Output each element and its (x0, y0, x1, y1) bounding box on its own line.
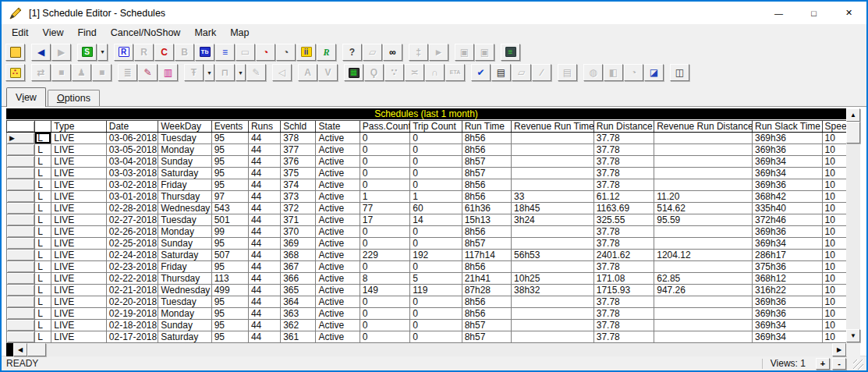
grid-cell[interactable]: 370 (281, 226, 316, 238)
row-selector[interactable]: ▶ (7, 133, 35, 144)
crew-button[interactable]: ii (296, 44, 316, 61)
grid-cell[interactable]: 37.78 (593, 168, 654, 179)
grid-cell[interactable]: 369h36 (753, 133, 823, 144)
paintbrush-button[interactable]: ✎ (138, 64, 158, 81)
grid-cell[interactable]: 44 (248, 156, 280, 168)
grid-cell[interactable]: 33 (512, 191, 594, 203)
grid-cell[interactable]: 0 (410, 238, 462, 250)
vertical-scroll-thumb[interactable] (846, 122, 860, 143)
grid-cell[interactable]: 02-19-2018 (106, 308, 158, 320)
row-selector[interactable] (7, 144, 35, 156)
grid-cell[interactable]: Saturday (158, 168, 211, 179)
script-r-button[interactable]: R (317, 44, 336, 61)
grid-cell[interactable]: LIVE (51, 250, 106, 261)
grid-cell[interactable]: 95 (211, 238, 248, 250)
grid-cell[interactable]: 1715.93 (593, 285, 654, 296)
grid-cell[interactable]: 03-06-2018 (106, 133, 158, 144)
grid-cell[interactable]: L (35, 179, 51, 191)
grid-cell[interactable]: Wednesday (158, 285, 211, 296)
grid-cell[interactable]: 372 (281, 203, 316, 214)
clock-window-button[interactable]: ◔ (276, 44, 296, 61)
grid-cell[interactable]: 1204.12 (654, 250, 753, 261)
grid-cell[interactable]: Active (316, 226, 360, 238)
grid-cell[interactable]: 44 (248, 179, 280, 191)
row-selector[interactable] (7, 168, 35, 179)
grid-cell[interactable]: 0 (410, 156, 462, 168)
menu-edit[interactable]: Edit (5, 25, 36, 41)
book-button[interactable]: ◫ (670, 64, 689, 81)
grid-cell[interactable]: 0 (360, 133, 409, 144)
menu-map[interactable]: Map (223, 25, 256, 41)
grid-cell[interactable] (512, 133, 594, 144)
grid-cell[interactable]: 373 (281, 191, 316, 203)
grid-cell[interactable] (512, 156, 594, 168)
column-header-pass-count[interactable]: Pass.Count (360, 121, 409, 133)
grid-cell[interactable]: Tuesday (158, 296, 211, 308)
grid-cell[interactable]: LIVE (51, 308, 106, 320)
grid-cell[interactable]: L (35, 226, 51, 238)
grid-cell[interactable]: 8h57 (462, 156, 511, 168)
pane-splitter[interactable] (6, 343, 13, 356)
dock-layout-dropdown-button[interactable]: ▼ (236, 64, 246, 81)
grid-cell[interactable]: 316h22 (753, 285, 823, 296)
schedules-dropdown-button[interactable]: ▼ (97, 44, 108, 61)
grid-cell[interactable]: 369h34 (753, 331, 823, 343)
grid-cell[interactable]: 37.78 (593, 296, 654, 308)
grid-cell[interactable]: 02-21-2018 (106, 285, 158, 296)
cancel-list-button[interactable]: C (154, 44, 174, 61)
resize-grip[interactable] (853, 360, 863, 370)
grid-cell[interactable]: 192 (410, 250, 462, 261)
minimize-button[interactable]: — (761, 2, 796, 24)
grid-cell[interactable]: 0 (360, 261, 409, 273)
grid-cell[interactable] (512, 144, 594, 156)
grid-cell[interactable]: 44 (248, 296, 280, 308)
grid-cell[interactable]: LIVE (51, 214, 106, 226)
row-selector[interactable] (7, 214, 35, 226)
grid-cell[interactable]: 0 (360, 320, 409, 331)
grid-cell[interactable]: 377 (281, 144, 316, 156)
grid-cell[interactable]: 0 (360, 168, 409, 179)
grid-cell[interactable]: 02-26-2018 (106, 226, 158, 238)
grid-cell[interactable]: 119 (410, 285, 462, 296)
grid-cell[interactable]: 21h41 (462, 273, 511, 285)
grid-cell[interactable]: 02-23-2018 (106, 261, 158, 273)
grid-cell[interactable]: L (35, 168, 51, 179)
row-selector[interactable] (7, 273, 35, 285)
grid-cell[interactable]: 02-27-2018 (106, 214, 158, 226)
grid-cell[interactable]: L (35, 203, 51, 214)
grid-cell[interactable]: Saturday (158, 250, 211, 261)
grid-cell[interactable]: 44 (248, 133, 280, 144)
grid-cell[interactable]: 44 (248, 261, 280, 273)
grid-cell[interactable]: 0 (410, 331, 462, 343)
row-selector[interactable] (7, 250, 35, 261)
grid-cell[interactable] (654, 179, 753, 191)
grid-cell[interactable] (512, 320, 594, 331)
grid-cell[interactable]: 03-01-2018 (106, 191, 158, 203)
grid-cell[interactable]: Monday (158, 144, 211, 156)
grid-cell[interactable]: 0 (410, 226, 462, 238)
grid-cell[interactable]: L (35, 156, 51, 168)
remove-view-button[interactable]: - (832, 358, 846, 370)
grid-cell[interactable]: 8h57 (462, 238, 511, 250)
grid-cell[interactable]: L (35, 133, 51, 144)
grid-cell[interactable]: 514.62 (654, 203, 753, 214)
close-button[interactable]: ✕ (831, 2, 866, 24)
row-selector[interactable] (7, 238, 35, 250)
grid-cell[interactable]: 2401.62 (593, 250, 654, 261)
grid-cell[interactable]: 37.78 (593, 261, 654, 273)
grid-cell[interactable]: 38h32 (512, 285, 594, 296)
grid-cell[interactable]: 95 (211, 156, 248, 168)
grid-cell[interactable]: 375h36 (753, 261, 823, 273)
grid-cell[interactable]: 44 (248, 285, 280, 296)
grid-cell[interactable]: 369h36 (753, 308, 823, 320)
grid-cell[interactable]: 10 (822, 285, 846, 296)
grid-cell[interactable]: 10 (822, 261, 846, 273)
grid-cell[interactable]: 947.26 (654, 285, 753, 296)
grid-cell[interactable]: Saturday (158, 331, 211, 343)
row-selector[interactable] (7, 191, 35, 203)
grid-cell[interactable] (654, 168, 753, 179)
grid-cell[interactable]: 499 (211, 285, 248, 296)
grid-cell[interactable]: 60 (410, 203, 462, 214)
grid-cell[interactable]: 44 (248, 214, 280, 226)
grid-cell[interactable]: 501 (211, 214, 248, 226)
